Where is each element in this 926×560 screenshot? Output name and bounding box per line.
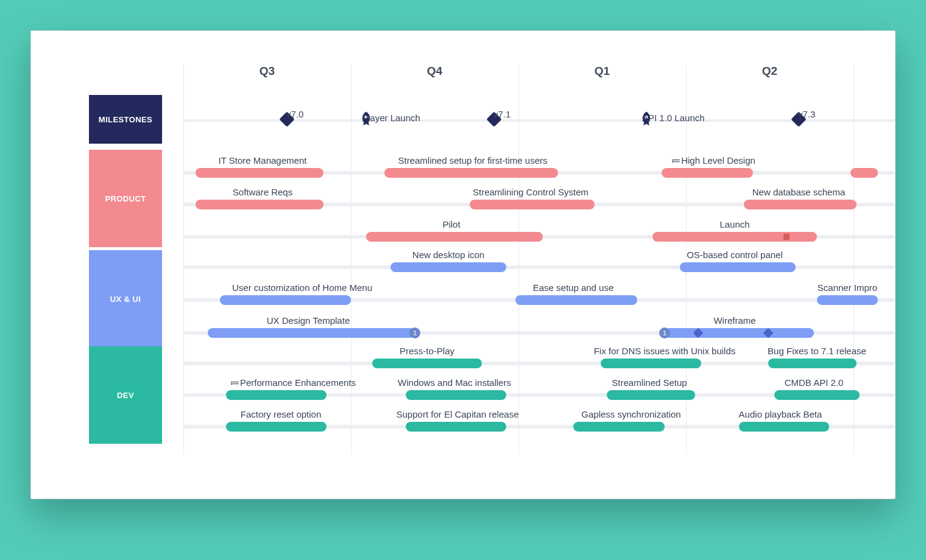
bar-label: Scanner Impro <box>818 282 877 293</box>
milestone-label: v7.3 <box>798 109 815 119</box>
roadmap-bar[interactable] <box>680 262 796 272</box>
roadmap-bar[interactable] <box>220 295 351 305</box>
roadmap-bar[interactable] <box>573 422 665 432</box>
roadmap-bar[interactable] <box>601 359 701 368</box>
bar-label: IT Store Management <box>219 155 307 166</box>
roadmap-bar[interactable] <box>384 168 558 178</box>
milestone[interactable]: v7.1 <box>489 114 500 125</box>
roadmap-bar[interactable] <box>196 200 323 209</box>
roadmap-bar[interactable] <box>226 390 327 400</box>
bar-label: New desktop icon <box>412 250 484 260</box>
bar-label: OS-based control panel <box>687 250 783 260</box>
milestone-label: Player Launch <box>362 113 420 123</box>
roadmap-bar[interactable] <box>817 295 878 305</box>
bar-label: Launch <box>719 219 749 229</box>
roadmap-bar[interactable] <box>470 200 595 209</box>
bar-label: Ease setup and use <box>533 282 614 293</box>
roadmap-bar[interactable] <box>768 359 857 368</box>
roadmap-bar[interactable] <box>366 232 543 242</box>
bar-label: Streamlining Control System <box>473 187 588 197</box>
roadmap-bar[interactable] <box>196 168 323 178</box>
roadmap-panel: MILESTONESPRODUCTUX & UIDEV Q3Q4Q1Q2v7.0… <box>30 30 896 499</box>
milestone-label: v7.0 <box>286 109 303 119</box>
bar-label: Factory reset option <box>241 409 322 419</box>
roadmap-bar[interactable] <box>372 359 482 368</box>
bar-label: Software Reqs <box>233 187 292 197</box>
timeline-area[interactable]: Q3Q4Q1Q2v7.0Player Launchv7.1API 1.0 Lau… <box>183 65 895 454</box>
milestone-label: API 1.0 Launch <box>642 113 705 123</box>
bar-label: ≔Performance Enhancements <box>230 377 356 388</box>
bar-label: Gapless synchronization <box>581 409 680 419</box>
roadmap-bar[interactable] <box>665 328 814 338</box>
quarter-header: Q2 <box>686 65 854 78</box>
bar-label: New database schema <box>752 187 846 197</box>
bar-label: Bug Fixes to 7.1 release <box>768 346 866 356</box>
roadmap-bar[interactable] <box>652 232 817 242</box>
roadmap-bar[interactable] <box>406 422 506 432</box>
bar-label: UX Design Template <box>267 315 350 326</box>
roadmap-bar[interactable] <box>850 168 878 178</box>
bar-label: User customization of Home Menu <box>232 282 372 293</box>
roadmap-chart: MILESTONESPRODUCTUX & UIDEV Q3Q4Q1Q2v7.0… <box>89 65 895 454</box>
square-marker <box>783 234 790 240</box>
list-icon: ≔ <box>230 377 238 388</box>
bar-label: Wireframe <box>713 315 755 326</box>
bar-label: ≔High Level Design <box>671 155 755 166</box>
count-badge[interactable]: 1 <box>659 327 670 338</box>
list-icon: ≔ <box>671 155 679 166</box>
roadmap-bar[interactable] <box>515 295 637 305</box>
bar-label: Pilot <box>442 219 460 229</box>
milestone[interactable]: API 1.0 Launch <box>637 110 656 128</box>
roadmap-bar[interactable] <box>406 390 506 400</box>
roadmap-bar[interactable] <box>391 262 506 272</box>
lane-label: DEV <box>89 346 162 444</box>
roadmap-bar[interactable] <box>226 422 327 432</box>
milestone[interactable]: v7.0 <box>281 114 292 125</box>
bar-label: Audio playback Beta <box>739 409 822 419</box>
roadmap-bar[interactable] <box>662 168 753 178</box>
bar-label: Support for El Capitan release <box>397 409 519 419</box>
lane-label: PRODUCT <box>89 150 162 247</box>
milestone[interactable]: Player Launch <box>357 110 375 128</box>
quarter-header: Q3 <box>183 65 351 78</box>
quarter-header: Q1 <box>518 65 686 78</box>
lane-label: UX & UI <box>89 250 162 348</box>
lane-label-milestones: MILESTONES <box>89 95 162 144</box>
bar-label: Press-to-Play <box>400 346 454 356</box>
lane-labels-column: MILESTONESPRODUCTUX & UIDEV <box>89 65 168 454</box>
quarter-header: Q4 <box>351 65 518 78</box>
count-badge[interactable]: 1 <box>409 327 420 338</box>
roadmap-bar[interactable] <box>607 390 695 400</box>
roadmap-bar[interactable] <box>774 390 860 400</box>
milestone[interactable]: v7.3 <box>793 114 804 125</box>
roadmap-bar[interactable] <box>744 200 857 209</box>
milestone-label: v7.1 <box>493 109 511 119</box>
bar-label: Streamlined Setup <box>612 377 687 388</box>
bar-label: Fix for DNS issues with Unix builds <box>594 346 736 356</box>
roadmap-bar[interactable] <box>208 328 415 338</box>
roadmap-bar[interactable] <box>739 422 829 432</box>
bar-label: Windows and Mac installers <box>398 377 511 388</box>
bar-label: CMDB API 2.0 <box>785 377 844 388</box>
bar-label: Streamlined setup for first-time users <box>398 155 547 166</box>
